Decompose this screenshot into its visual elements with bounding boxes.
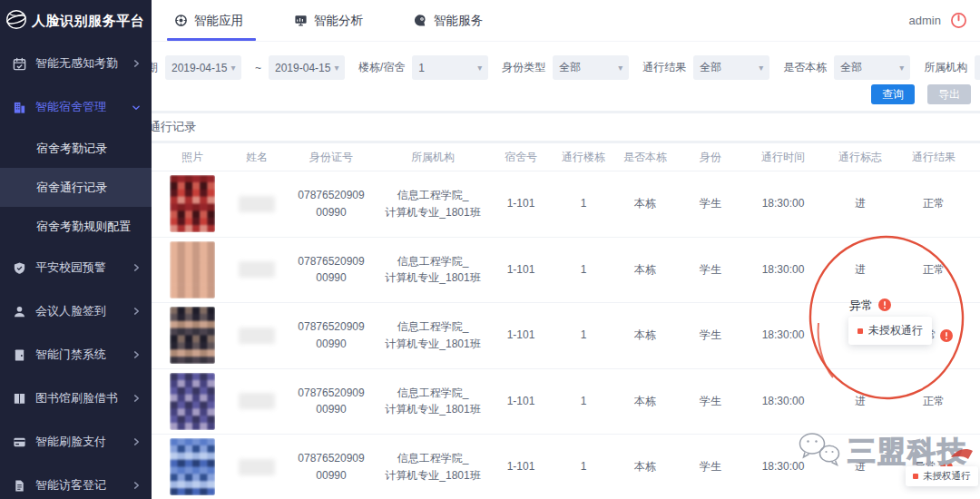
column-header: 通行时间 xyxy=(744,150,822,165)
sidebar-item-label: 会议人脸签到 xyxy=(35,303,132,319)
blurred-face-photo xyxy=(170,373,215,430)
analysis-icon xyxy=(294,14,308,27)
sidebar-item-label: 智能门禁系统 xyxy=(35,347,132,363)
blurred-face-photo xyxy=(170,307,215,364)
tab-label: 智能应用 xyxy=(194,13,243,29)
red-bullet-icon xyxy=(913,474,918,479)
filter-select-1[interactable]: 2019-04-15▾ xyxy=(269,55,345,80)
filter-group-2: 楼栋/宿舍1▾ xyxy=(358,55,488,80)
filter-select-6[interactable]: 全部▾ xyxy=(975,55,980,80)
doc-icon xyxy=(13,479,27,493)
sidebar-item-1[interactable]: 智能宿舍管理 xyxy=(0,85,152,129)
blurred-face-photo xyxy=(170,438,215,495)
main-content: 智能应用智能分析智能服务 admin 日期2019-04-15▾~2019-04… xyxy=(91,0,980,499)
dorm-cell: 1-101 xyxy=(488,458,554,475)
column-header: 通行楼栋 xyxy=(554,150,613,165)
chevron-right-icon xyxy=(132,481,141,490)
blurred-face-photo xyxy=(170,241,215,298)
abnormal-popover-title: 异常 xyxy=(849,298,891,314)
sidebar-item-label: 智能无感知考勤 xyxy=(35,55,132,72)
name-cell xyxy=(229,393,285,409)
filter-label: 身份类型 xyxy=(502,60,545,75)
chevron-right-icon xyxy=(132,350,141,359)
alert-icon xyxy=(940,329,953,342)
export-button[interactable]: 导出 xyxy=(927,84,971,104)
dorm-cell: 1-101 xyxy=(488,195,554,212)
organization-cell: 信息工程学院_计算机专业_1801班 xyxy=(377,187,488,220)
sidebar-item-0[interactable]: 智能无感知考勤 xyxy=(0,42,152,85)
filter-group-0: 日期2019-04-15▾ xyxy=(136,55,241,80)
caret-down-icon: ▾ xyxy=(759,63,763,73)
card-icon xyxy=(13,435,27,449)
building-cell: 1 xyxy=(554,261,613,279)
name-cell xyxy=(229,328,285,344)
own-building-cell: 本栋 xyxy=(613,261,677,279)
sidebar-subitem-3[interactable]: 宿舍通行记录 xyxy=(0,168,152,207)
time-cell: 18:30:00 xyxy=(744,261,822,279)
logout-power-icon[interactable] xyxy=(950,12,967,29)
filter-group-4: 通行结果全部▾ xyxy=(642,55,769,80)
filter-label: 楼栋/宿舍 xyxy=(358,60,405,75)
search-button[interactable]: 查询 xyxy=(871,84,915,104)
door-icon xyxy=(13,348,27,362)
column-header: 身份证号 xyxy=(285,150,377,165)
id-number-cell: 0787652090900990 xyxy=(285,450,377,484)
censored-name xyxy=(239,328,275,344)
sidebar-item-8[interactable]: 图书馆刷脸借书 xyxy=(0,377,152,420)
tab-label: 智能分析 xyxy=(314,13,363,29)
sidebar-item-6[interactable]: 会议人脸签到 xyxy=(0,289,152,333)
building-icon xyxy=(13,101,27,114)
result-text: 正常 xyxy=(923,261,945,279)
filter-select-4[interactable]: 全部▾ xyxy=(693,55,769,80)
table-row-4: 0787652090900990信息工程学院_计算机专业_1801班1-1011… xyxy=(91,435,980,499)
shield-icon xyxy=(13,261,27,275)
result-cell: 正常 xyxy=(898,393,969,410)
filter-select-3[interactable]: 全部▾ xyxy=(553,55,629,80)
tab-2[interactable]: 智能服务 xyxy=(414,0,483,41)
sidebar-item-10[interactable]: 智能访客登记 xyxy=(0,464,152,499)
flag-cell: 进 xyxy=(822,261,898,279)
result-text: 正常 xyxy=(923,393,945,410)
sidebar-item-5[interactable]: 平安校园预警 xyxy=(0,246,152,289)
tab-1[interactable]: 智能分析 xyxy=(294,0,363,41)
filter-group-3: 身份类型全部▾ xyxy=(502,55,629,80)
dorm-cell: 1-101 xyxy=(488,327,554,344)
table-row-0: 0787652090900990信息工程学院_计算机专业_1801班1-1011… xyxy=(91,171,980,238)
tab-0[interactable]: 智能应用 xyxy=(174,0,243,41)
sidebar-item-9[interactable]: 智能刷脸支付 xyxy=(0,420,152,464)
filter-select-value: 2019-04-15 xyxy=(172,62,227,74)
identity-cell: 学生 xyxy=(677,195,744,212)
building-cell: 1 xyxy=(554,458,613,475)
filter-group-1: ~2019-04-15▾ xyxy=(255,55,345,80)
censored-name xyxy=(239,459,275,475)
identity-cell: 学生 xyxy=(677,458,744,475)
dorm-cell: 1-101 xyxy=(488,393,554,410)
own-building-cell: 本栋 xyxy=(613,393,677,410)
filter-label: ~ xyxy=(255,62,261,74)
censored-name xyxy=(239,393,275,409)
chevron-right-icon xyxy=(132,59,141,68)
sidebar-subitem-2[interactable]: 宿舍考勤记录 xyxy=(0,129,152,168)
organization-cell: 信息工程学院_计算机专业_1801班 xyxy=(377,253,488,287)
filter-select-2[interactable]: 1▾ xyxy=(412,55,488,80)
caret-down-icon: ▾ xyxy=(899,63,904,73)
apps-icon xyxy=(174,14,188,27)
column-header: 宿舍号 xyxy=(488,150,554,165)
column-header: 是否本栋 xyxy=(613,150,677,165)
organization-cell: 信息工程学院_计算机专业_1801班 xyxy=(377,318,488,352)
time-cell: 18:30:00 xyxy=(744,458,822,475)
abnormal-label: 异常 xyxy=(849,298,873,314)
filter-select-5[interactable]: 全部▾ xyxy=(834,55,910,80)
sidebar-subitem-label: 宿舍考勤记录 xyxy=(36,141,107,157)
filter-select-value: 全部 xyxy=(700,60,721,75)
name-cell xyxy=(229,459,285,475)
nav-tabs: 智能应用智能分析智能服务 xyxy=(91,0,909,41)
book-icon xyxy=(13,392,27,406)
abnormal-reason-tooltip: 未授权通行 xyxy=(848,317,932,345)
id-number-cell: 0787652090900990 xyxy=(285,318,377,352)
sidebar-subitem-4[interactable]: 宿舍考勤规则配置 xyxy=(0,207,152,246)
organization-cell: 信息工程学院_计算机专业_1801班 xyxy=(377,450,488,484)
filter-select-0[interactable]: 2019-04-15▾ xyxy=(165,55,241,80)
person-icon xyxy=(13,305,27,318)
sidebar-item-7[interactable]: 智能门禁系统 xyxy=(0,333,152,377)
